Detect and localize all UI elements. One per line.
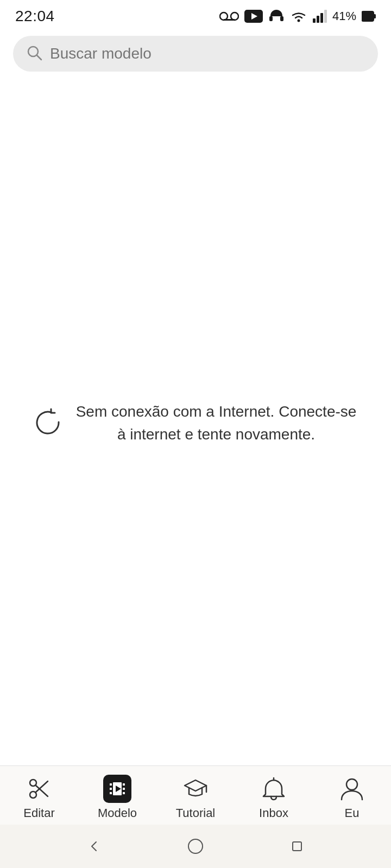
nav-label-inbox: Inbox — [259, 806, 288, 820]
svg-rect-27 — [123, 792, 125, 794]
svg-rect-24 — [110, 792, 112, 794]
search-container — [0, 30, 391, 80]
svg-rect-9 — [317, 16, 319, 23]
error-container: Sem conexão com a Internet. Conecte-se à… — [0, 400, 391, 446]
svg-rect-22 — [110, 783, 112, 786]
headphone-icon — [268, 9, 285, 24]
error-message: Sem conexão com a Internet. Conecte-se à… — [74, 400, 358, 446]
nav-label-tutorial: Tutorial — [176, 806, 216, 820]
svg-rect-13 — [374, 14, 376, 18]
battery-icon — [362, 10, 376, 22]
svg-line-16 — [37, 55, 41, 60]
modelo-icon — [103, 775, 131, 803]
system-nav — [0, 825, 391, 868]
svg-point-1 — [231, 12, 238, 20]
reload-icon[interactable] — [33, 407, 63, 439]
svg-point-33 — [188, 839, 203, 853]
svg-rect-26 — [123, 788, 125, 790]
system-home-button[interactable] — [185, 835, 206, 857]
youtube-icon — [244, 10, 263, 23]
signal-icon — [313, 10, 327, 23]
search-bar[interactable] — [13, 36, 378, 72]
search-icon — [26, 44, 42, 63]
nav-label-editar: Editar — [23, 806, 54, 820]
svg-rect-25 — [123, 783, 125, 786]
svg-rect-11 — [324, 10, 327, 23]
svg-marker-30 — [185, 780, 206, 791]
person-icon — [338, 775, 366, 803]
nav-item-inbox[interactable]: Inbox — [241, 775, 306, 820]
system-back-button[interactable] — [83, 835, 105, 857]
svg-rect-14 — [363, 12, 369, 20]
nav-item-editar[interactable]: Editar — [7, 775, 72, 820]
tutorial-icon — [181, 775, 210, 803]
wifi-icon — [290, 10, 307, 23]
nav-item-tutorial[interactable]: Tutorial — [163, 775, 228, 820]
bottom-nav: Editar Modelo — [0, 765, 391, 825]
status-icons: 41% — [219, 9, 376, 24]
svg-rect-8 — [313, 18, 316, 23]
scissors-icon — [25, 775, 53, 803]
system-recents-button[interactable] — [286, 835, 308, 857]
main-content: Sem conexão com a Internet. Conecte-se à… — [0, 80, 391, 765]
nav-label-modelo: Modelo — [98, 806, 137, 820]
svg-rect-10 — [320, 13, 323, 23]
search-input[interactable] — [50, 45, 365, 62]
svg-point-0 — [220, 12, 228, 20]
voicemail-icon — [219, 11, 239, 22]
svg-rect-5 — [269, 16, 273, 21]
svg-rect-23 — [110, 788, 112, 790]
nav-item-modelo[interactable]: Modelo — [85, 775, 150, 820]
svg-rect-2 — [224, 19, 235, 21]
svg-rect-6 — [280, 16, 283, 21]
svg-rect-34 — [293, 842, 301, 851]
status-time: 22:04 — [15, 8, 55, 25]
battery-percent: 41% — [332, 9, 356, 23]
bell-icon — [260, 775, 288, 803]
status-bar: 22:04 — [0, 0, 391, 30]
nav-label-eu: Eu — [345, 806, 360, 820]
svg-point-7 — [297, 20, 300, 22]
nav-item-eu[interactable]: Eu — [319, 775, 384, 820]
svg-point-32 — [346, 779, 357, 790]
